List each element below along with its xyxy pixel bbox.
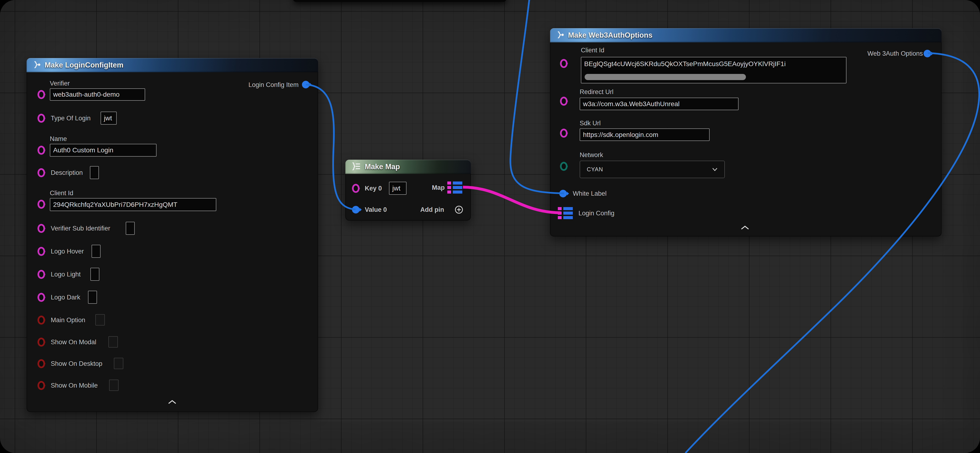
pin-label-login-config: Login Config bbox=[579, 209, 614, 218]
pin-key-0[interactable] bbox=[352, 184, 360, 193]
pin-label-white-label: White Label bbox=[573, 189, 607, 198]
node-make-loginconfigitem[interactable]: Make LoginConfigItem Login Config Item V… bbox=[27, 58, 318, 412]
pin-label-name: Name bbox=[50, 134, 67, 143]
pin-verifier[interactable] bbox=[38, 90, 45, 99]
node-title: Make Web3AuthOptions bbox=[568, 31, 652, 40]
node-title: Make LoginConfigItem bbox=[45, 61, 123, 70]
client-id-input[interactable]: 294QRkchfq2YaXUbPri7D6PH7xzHgQMT bbox=[50, 198, 216, 211]
pin-type-of-login[interactable] bbox=[38, 114, 45, 123]
node-header-make-web3authoptions[interactable]: Make Web3AuthOptions bbox=[550, 28, 942, 43]
pin-value-0[interactable] bbox=[352, 206, 360, 214]
pin-show-on-mobile[interactable] bbox=[38, 381, 45, 390]
pin-label-map-output: Map bbox=[432, 183, 445, 192]
pin-client-id[interactable] bbox=[560, 59, 568, 68]
node-make-web3authoptions[interactable]: Make Web3AuthOptions Web 3Auth Options C… bbox=[550, 28, 942, 236]
logo-dark-input[interactable] bbox=[88, 291, 97, 304]
make-map-icon bbox=[350, 162, 361, 171]
redirect-url-input[interactable]: w3a://com.w3a.Web3AuthUnreal bbox=[580, 98, 738, 110]
pin-label-logo-light: Logo Light bbox=[51, 270, 81, 279]
pin-name[interactable] bbox=[38, 146, 45, 155]
pin-sdk-url[interactable] bbox=[560, 129, 568, 138]
make-struct-icon bbox=[32, 60, 41, 70]
pin-logo-dark[interactable] bbox=[38, 293, 45, 302]
node-title: Make Map bbox=[365, 163, 400, 171]
pin-label-client-id: Client Id bbox=[50, 188, 73, 198]
wire-map-to-loginconfig[interactable] bbox=[463, 187, 561, 213]
logo-hover-input[interactable] bbox=[92, 245, 100, 258]
pin-network[interactable] bbox=[560, 162, 568, 171]
pin-label-key-0: Key 0 bbox=[365, 184, 382, 193]
blueprint-graph-canvas[interactable]: Make LoginConfigItem Login Config Item V… bbox=[0, 0, 980, 453]
pin-label-show-on-desktop: Show On Desktop bbox=[51, 359, 102, 368]
pin-label-verifier: Verifier bbox=[50, 79, 70, 88]
collapse-node-chevron[interactable] bbox=[167, 400, 177, 405]
add-pin-button[interactable] bbox=[454, 205, 464, 215]
pin-main-option[interactable] bbox=[38, 315, 45, 325]
pin-label-web3auth-options: Web 3Auth Options bbox=[867, 49, 923, 58]
main-option-checkbox[interactable] bbox=[95, 314, 105, 326]
client-id-value: BEglQSgt4cUWcj6SKRdu5QkOXTsePmMcusG5EAoy… bbox=[584, 60, 786, 68]
make-struct-icon bbox=[555, 30, 564, 40]
pin-label-value-0: Value 0 bbox=[365, 205, 387, 214]
verifier-sub-identifier-input[interactable] bbox=[126, 222, 135, 235]
pin-output-login-config-item[interactable] bbox=[302, 81, 310, 89]
pin-label-show-on-modal: Show On Modal bbox=[51, 337, 96, 347]
sdk-url-input[interactable]: https://sdk.openlogin.com bbox=[580, 128, 710, 141]
show-on-desktop-checkbox[interactable] bbox=[114, 358, 123, 369]
pin-output-web3auth-options[interactable] bbox=[924, 50, 931, 57]
network-selected-value: CYAN bbox=[587, 166, 603, 173]
pin-label-show-on-mobile: Show On Mobile bbox=[51, 381, 98, 390]
client-id-input[interactable]: BEglQSgt4cUWcj6SKRdu5QkOXTsePmMcusG5EAoy… bbox=[581, 57, 846, 83]
pin-label-login-config-item: Login Config Item bbox=[248, 80, 299, 89]
show-on-mobile-checkbox[interactable] bbox=[109, 380, 119, 391]
add-pin-label: Add pin bbox=[420, 205, 444, 214]
pin-show-on-desktop[interactable] bbox=[38, 359, 45, 368]
pin-map-output[interactable] bbox=[447, 182, 462, 193]
offscreen-node-top-edge bbox=[293, 0, 506, 2]
node-header-make-loginconfigitem[interactable]: Make LoginConfigItem bbox=[27, 58, 318, 72]
pin-redirect-url[interactable] bbox=[560, 97, 568, 106]
pin-client-id[interactable] bbox=[38, 200, 45, 209]
collapse-node-chevron[interactable] bbox=[740, 225, 750, 231]
pin-label-description: Description bbox=[51, 168, 83, 177]
pin-label-client-id: Client Id bbox=[581, 46, 604, 55]
pin-label-verifier-sub-identifier: Verifier Sub Identifier bbox=[51, 224, 110, 233]
description-input[interactable] bbox=[90, 166, 99, 179]
pin-label-network: Network bbox=[580, 150, 603, 160]
node-make-map[interactable]: Make Map Key 0 jwt Map Value 0 Add pin bbox=[345, 160, 471, 220]
pin-label-sdk-url: Sdk Url bbox=[580, 119, 601, 128]
pin-label-main-option: Main Option bbox=[51, 315, 85, 325]
pin-label-logo-dark: Logo Dark bbox=[51, 293, 80, 302]
pin-show-on-modal[interactable] bbox=[38, 337, 45, 347]
pin-verifier-sub-identifier[interactable] bbox=[38, 224, 45, 233]
pin-label-logo-hover: Logo Hover bbox=[51, 247, 84, 256]
pin-label-type-of-login: Type Of Login bbox=[51, 114, 91, 123]
logo-light-input[interactable] bbox=[91, 268, 99, 281]
verifier-input[interactable]: web3auth-auth0-demo bbox=[50, 89, 145, 101]
pin-description[interactable] bbox=[38, 168, 45, 177]
network-dropdown[interactable]: CYAN bbox=[580, 161, 725, 178]
pin-login-config[interactable] bbox=[558, 207, 573, 219]
client-id-scrollbar[interactable] bbox=[585, 74, 746, 80]
pin-logo-hover[interactable] bbox=[38, 247, 45, 256]
key-0-input[interactable]: jwt bbox=[389, 182, 407, 195]
pin-label-redirect-url: Redirect Url bbox=[580, 87, 614, 97]
pin-white-label[interactable] bbox=[559, 190, 567, 197]
chevron-down-icon bbox=[712, 166, 718, 173]
node-header-make-map[interactable]: Make Map bbox=[345, 160, 471, 174]
type-of-login-input[interactable]: jwt bbox=[100, 112, 117, 125]
show-on-modal-checkbox[interactable] bbox=[108, 336, 118, 348]
pin-logo-light[interactable] bbox=[38, 270, 45, 279]
name-input[interactable]: Auth0 Custom Login bbox=[50, 144, 156, 157]
